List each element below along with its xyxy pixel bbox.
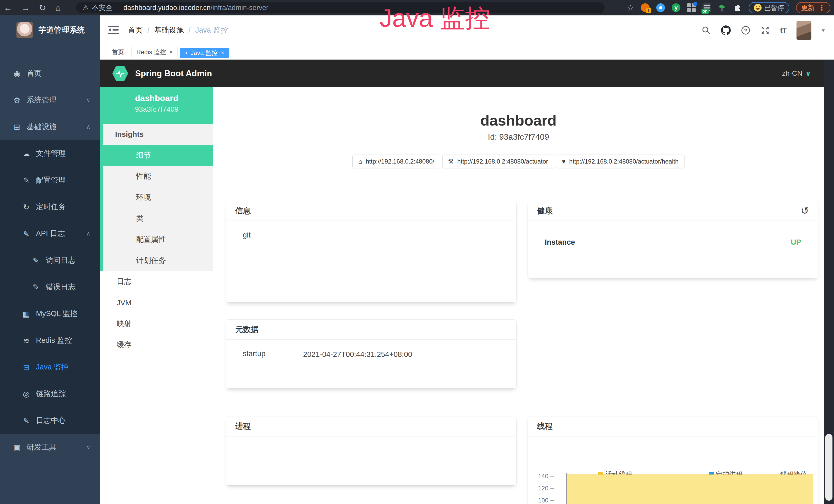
y-tick-mark [550,476,554,477]
page-tab[interactable]: ● Java 监控 × [180,48,229,58]
threads-card-title: 线程 [537,421,552,432]
search-icon[interactable] [701,26,711,35]
sba-sidebar-item[interactable]: 计划任务 [100,250,213,271]
page-scrollbar-thumb[interactable] [825,434,832,501]
back-icon[interactable]: ← [4,4,12,12]
tab-label: 首页 [112,48,124,56]
sba-sidebar-item[interactable]: 环境 [100,187,213,208]
extension-y-icon[interactable]: y [672,3,680,12]
threads-card: 线程 活动线程 143 守护进程 53 [528,416,818,504]
sba-sidebar-item[interactable]: Insights [100,124,213,145]
sba-sidebar-item[interactable]: 配置属性 [100,229,213,250]
startup-value: 2021-04-27T00:44:31.254+08:00 [303,348,500,360]
sidebar-menu-item[interactable]: ✎ 配置管理 [0,167,100,193]
sidebar-menu-item[interactable]: ↻ 定时任务 [0,193,100,220]
history-icon[interactable]: ↺ [800,205,809,216]
url-button-label: http://192.168.0.2:48080/actuator/health [569,158,679,165]
sba-sidebar-item[interactable]: 日志 [100,271,213,292]
extension-onetab-icon[interactable]: on [702,3,711,12]
page-scrollbar-track[interactable] [824,60,834,504]
page-tab[interactable]: Redis 监控 × [132,47,178,57]
avatar-caret-icon[interactable]: ▾ [822,27,825,34]
reload-icon[interactable]: ↻ [39,4,46,12]
emoji-face-icon [754,4,762,12]
sidebar-menu-item[interactable]: ⊞ 基础设施 ∧ [0,113,100,140]
sidebar-menu-item[interactable]: ✎ 错误日志 [0,274,100,300]
url-button-label: http://192.168.0.2:48080/actuator [457,158,548,165]
metadata-card-title: 元数据 [235,324,258,335]
forward-icon[interactable]: → [21,4,30,12]
sba-sidebar-item[interactable]: 类 [100,208,213,229]
update-button[interactable]: 更新 ⋮ [796,2,830,13]
bookmark-star-icon[interactable]: ☆ [627,3,634,12]
extension-sprout-icon[interactable] [718,3,727,12]
sba-sidebar-item[interactable]: JVM [100,292,213,313]
help-icon[interactable]: ? [741,26,750,35]
sidebar-menu-item[interactable]: ◉ 首页 [0,60,100,87]
paused-chip[interactable]: 已暂停 [749,2,789,13]
fullscreen-icon[interactable] [761,26,770,35]
language-selector[interactable]: zh-CN ∨ [782,69,811,77]
status-badge: UP [791,238,801,247]
sidebar-menu-item[interactable]: ☁ 文件管理 [0,140,100,167]
menu-item-icon: ◉ [12,69,22,78]
extension-pin-icon[interactable] [656,3,665,12]
menu-item-icon: ⚙ [12,96,22,105]
github-icon[interactable] [721,25,731,35]
sba-sidebar-item-label: 计划任务 [136,255,166,266]
address-bar[interactable]: ⚠ 不安全 | dashboard.yudao.iocoder.cn/infra… [76,2,605,13]
sba-sidebar-item[interactable]: 映射 [100,313,213,334]
collapse-sidebar-icon[interactable] [108,25,119,35]
browser-menu-icon[interactable]: ⋮ [818,4,825,12]
startup-label: startup [243,348,303,360]
sidebar-menu-item[interactable]: ⚙ 系统管理 ∨ [0,87,100,113]
extension-grid-icon[interactable] [687,3,696,12]
sba-brand-title: Spring Boot Admin [135,69,212,78]
process-col-value [459,446,503,452]
puzzle-icon[interactable] [733,3,742,12]
instance-url-button[interactable]: ⚒ http://192.168.0.2:48080/actuator [442,155,554,168]
sba-sidebar-item[interactable]: 细节 [100,145,213,166]
git-info-row: git [243,221,500,247]
menu-item-icon: ⊞ [12,122,22,132]
app-logo-row[interactable]: 芋道管理系统 [0,16,100,45]
home-icon[interactable]: ⌂ [56,4,61,12]
sidebar-menu-item[interactable]: ⊟ Java 监控 [0,354,100,381]
health-card: 健康 ↺ Instance UP [528,201,818,278]
font-size-icon[interactable]: tT [780,26,786,35]
sidebar-menu-item[interactable]: ◎ 链路追踪 [0,381,100,407]
breadcrumb-separator: / [189,26,191,35]
tab-close-icon[interactable]: × [169,48,173,56]
sba-sidebar-item-label: Insights [115,130,144,139]
menu-item-label: 访问日志 [46,255,75,266]
breadcrumb-infra[interactable]: 基础设施 [154,25,184,36]
menu-item-label: MySQL 监控 [36,308,78,319]
menu-item-label: 链路追踪 [36,389,66,399]
sidebar-menu-item[interactable]: ✎ API 日志 ∧ [0,220,100,247]
user-avatar[interactable] [796,21,811,40]
app-title: 芋道管理系统 [39,25,85,36]
info-card-title: 信息 [235,206,251,216]
page-tab[interactable]: 首页 [107,47,129,57]
extension-orange-icon[interactable]: 1 [641,3,650,12]
sba-brand[interactable]: Spring Boot Admin [112,60,212,87]
instance-url-button[interactable]: ⌂ http://192.168.0.2:48080/ [352,155,440,168]
tab-close-icon[interactable]: × [221,49,224,56]
y-tick-mark [550,488,554,488]
sidebar-menu-item[interactable]: ▣ 研发工具 ∨ [0,434,100,461]
active-dot-icon: ● [185,51,188,55]
sba-nav-links: zh-CN ∨ [723,60,811,87]
sidebar-menu-item[interactable]: ≋ Redis 监控 [0,327,100,354]
paused-label: 已暂停 [764,3,784,12]
sba-sidebar-item-label: JVM [117,299,132,307]
sba-app-block[interactable]: dashboard 93a3fc7f7409 [100,87,213,124]
breadcrumb-home[interactable]: 首页 [128,25,143,36]
sba-sidebar-item[interactable]: 缓存 [100,334,213,356]
sidebar-menu-item[interactable]: ✎ 日志中心 [0,407,100,434]
sba-sidebar-item-label: 环境 [136,192,151,203]
address-divider: | [117,4,119,11]
instance-url-button[interactable]: ♥ http://192.168.0.2:48080/actuator/heal… [556,155,684,168]
sidebar-menu-item[interactable]: ▦ MySQL 监控 [0,300,100,327]
sba-sidebar-item[interactable]: 性能 [100,166,213,187]
sidebar-menu-item[interactable]: ✎ 访问日志 [0,247,100,274]
